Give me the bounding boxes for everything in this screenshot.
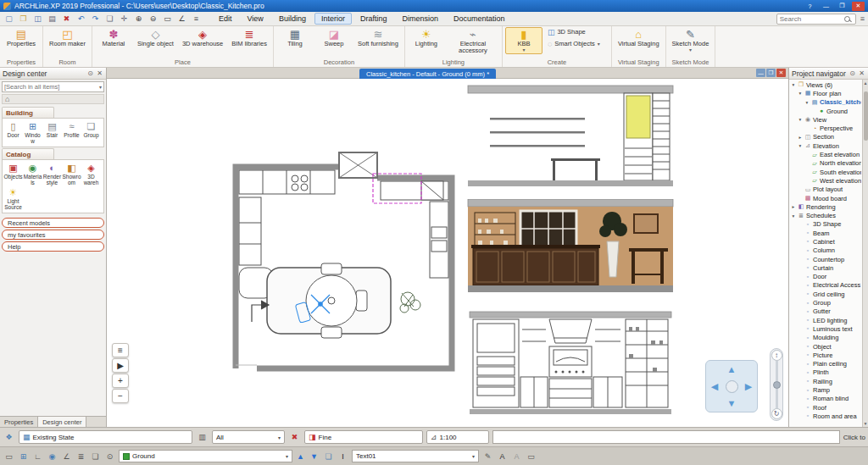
- text-style-icon[interactable]: A: [496, 450, 509, 462]
- filter-icon[interactable]: ▥: [196, 431, 209, 444]
- state-mode-icon[interactable]: ❖: [3, 431, 15, 444]
- doc-restore-button[interactable]: ❐: [766, 69, 776, 77]
- design-center-link[interactable]: my favourites: [2, 230, 104, 240]
- angle-icon[interactable]: ∠: [60, 450, 73, 462]
- menu-item[interactable]: View: [241, 13, 270, 25]
- zoom-fit-icon[interactable]: ▭: [162, 14, 173, 23]
- sweep-button[interactable]: ◪Sweep: [315, 27, 353, 58]
- panel-tab[interactable]: Design center: [38, 417, 86, 427]
- quality-selector[interactable]: ◨ Fine: [304, 430, 423, 444]
- new-file-icon[interactable]: ▢: [3, 14, 14, 23]
- clear-filter-icon[interactable]: ✖: [288, 431, 301, 444]
- electrical-accessory-button[interactable]: ⌁Electrical accessory: [447, 27, 499, 58]
- command-input[interactable]: [492, 430, 840, 444]
- zoom-out-icon[interactable]: ⊖: [147, 14, 159, 23]
- pin-icon[interactable]: ⊙: [86, 69, 94, 77]
- tree-item[interactable]: ▾ ▤ Classic_kitchen: [789, 98, 861, 107]
- design-center-item[interactable]: ▤Stair: [42, 120, 62, 145]
- tree-item[interactable]: ▾ ▦ Floor plan: [789, 89, 861, 97]
- menu-overflow-icon[interactable]: ≡: [860, 14, 865, 23]
- scrollbar-thumb[interactable]: [864, 91, 868, 141]
- tree-item[interactable]: ▫ Curtain: [789, 263, 861, 272]
- tree-item[interactable]: ▫ Door: [789, 273, 861, 281]
- snap-icon[interactable]: ◉: [46, 450, 58, 462]
- tree-item[interactable]: ▱ North elevation: [789, 159, 861, 168]
- pan-hand-icon[interactable]: [726, 380, 738, 393]
- help-button[interactable]: ?: [804, 2, 816, 11]
- tree-item[interactable]: ▫ Roof: [789, 403, 861, 412]
- tree-item[interactable]: ▱ South elevation: [789, 168, 861, 176]
- expand-arrow-icon[interactable]: ▾: [791, 82, 796, 87]
- pan-down-button[interactable]: ▼: [723, 395, 740, 412]
- layers-icon[interactable]: ≣: [75, 450, 87, 462]
- pin-icon[interactable]: ⊙: [849, 69, 856, 77]
- layer-down-button[interactable]: ▼: [309, 452, 320, 461]
- soft-furnishing-button[interactable]: ≋Soft furnishing: [354, 27, 402, 58]
- expand-arrow-icon[interactable]: ▾: [798, 143, 803, 148]
- elevation-view-middle[interactable]: [466, 199, 675, 301]
- tree-item[interactable]: ▫ Plinth: [789, 368, 861, 377]
- tree-item[interactable]: ▾ ◉ View: [789, 115, 861, 124]
- tree-item[interactable]: ▫ Countertop: [789, 255, 861, 263]
- doc-close-button[interactable]: ✕: [776, 69, 786, 77]
- zoom-slider[interactable]: ↕ ↻: [770, 348, 783, 421]
- tree-item[interactable]: ▫ Beam: [789, 229, 861, 237]
- tree-item[interactable]: ▫ Railing: [789, 377, 861, 385]
- tree-item[interactable]: ▫ Group: [789, 298, 861, 307]
- tree-item[interactable]: ▱ West elevation: [789, 176, 861, 185]
- magnet-icon[interactable]: ⊙: [103, 450, 116, 462]
- panel-tab[interactable]: Properties: [0, 417, 38, 427]
- tree-item[interactable]: ▱ East elevation: [789, 150, 861, 158]
- view-list-button[interactable]: ≡: [112, 343, 129, 357]
- design-center-item[interactable]: ≈Profile: [62, 120, 81, 145]
- pan-right-button[interactable]: ▶: [740, 378, 757, 395]
- floor-plan-drawing[interactable]: [162, 125, 467, 413]
- zoom-in-button[interactable]: +: [112, 374, 129, 388]
- pan-left-button[interactable]: ◀: [706, 378, 723, 395]
- group-icon[interactable]: ❏: [89, 450, 102, 462]
- text-style-selector[interactable]: Text01 ▾: [352, 450, 479, 462]
- design-center-item[interactable]: ◧Showroom: [62, 162, 81, 186]
- menu-item[interactable]: Documentation: [447, 13, 512, 25]
- scale-selector[interactable]: ⊿ 1:100: [426, 430, 489, 444]
- sheet-icon[interactable]: ❏: [322, 450, 335, 462]
- tree-item[interactable]: ▫ Object: [789, 342, 861, 351]
- tree-scrollbar[interactable]: ▲ ▼: [862, 80, 868, 427]
- print-icon[interactable]: ▤: [47, 14, 58, 23]
- design-center-item[interactable]: ◈3D wareh: [81, 162, 101, 186]
- tree-item[interactable]: ▭ Plot layout: [789, 185, 861, 194]
- close-panel-icon[interactable]: ✕: [96, 69, 103, 77]
- design-center-search[interactable]: ▾: [2, 81, 104, 92]
- tree-item[interactable]: ▸ ◧ Rendering: [789, 202, 861, 211]
- drawing-canvas[interactable]: ≡ ▶ + − ▲ ◀ ▶ ▼ ↕: [107, 79, 788, 427]
- play-walkthrough-button[interactable]: ▶: [112, 358, 129, 373]
- expand-arrow-icon[interactable]: ▸: [798, 135, 803, 140]
- tree-item[interactable]: ● Ground: [789, 107, 861, 115]
- options-icon[interactable]: ≡: [191, 14, 202, 23]
- design-center-search-input[interactable]: [4, 83, 99, 91]
- building-section-tab[interactable]: Building: [2, 107, 54, 118]
- delete-icon[interactable]: ✖: [61, 14, 72, 23]
- tree-item[interactable]: ▸ ◫ Section: [789, 133, 861, 141]
- tree-item[interactable]: ▾ ⊿ Elevation: [789, 141, 861, 150]
- sketch-mode-button[interactable]: ✎Sketch Mode▾: [669, 27, 713, 58]
- chevron-down-icon[interactable]: ▾: [99, 84, 102, 90]
- design-center-item[interactable]: ◉Materials: [23, 162, 42, 186]
- text-outline-icon[interactable]: A: [510, 450, 523, 462]
- doc-minimize-button[interactable]: —: [756, 69, 765, 77]
- tree-item[interactable]: ▫ Column: [789, 246, 861, 255]
- home-icon[interactable]: ⌂: [5, 95, 9, 103]
- virtual-staging-button[interactable]: ⌂Virtual Staging: [615, 27, 663, 58]
- zoom-knob[interactable]: [773, 381, 781, 389]
- expand-arrow-icon[interactable]: ▾: [804, 100, 810, 105]
- tree-item[interactable]: ▫ Plain ceiling: [789, 360, 861, 368]
- design-center-link[interactable]: Recent models: [2, 218, 104, 228]
- edit-text-icon[interactable]: ✎: [481, 450, 494, 462]
- rotate-view-button[interactable]: ↻: [771, 408, 782, 419]
- search-input[interactable]: [780, 15, 844, 23]
- design-center-item[interactable]: ❏Group: [81, 120, 101, 145]
- menu-item[interactable]: Dimension: [395, 13, 445, 25]
- single-object-button[interactable]: ◇Single object: [134, 27, 177, 58]
- tree-item[interactable]: ▫ Roman blind: [789, 395, 861, 403]
- menu-item[interactable]: Interior: [314, 13, 352, 25]
